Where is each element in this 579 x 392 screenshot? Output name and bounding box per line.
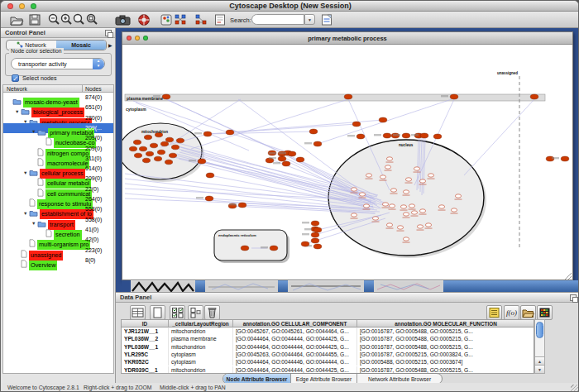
help-lifering-icon[interactable] xyxy=(137,13,151,26)
graph-node[interactable] xyxy=(425,223,431,227)
graph-node[interactable] xyxy=(379,117,387,122)
background-window-fragment[interactable] xyxy=(374,280,443,292)
graph-node[interactable] xyxy=(154,156,161,161)
table-cell[interactable]: [GO:0044464, GO:0044444, GO:0044425, G..… xyxy=(233,335,357,342)
column-header[interactable]: ID xyxy=(122,320,169,327)
network-view-window[interactable]: primary metabolic process plasma membran… xyxy=(122,31,573,280)
graph-node[interactable] xyxy=(146,151,153,156)
graph-node[interactable] xyxy=(419,209,425,213)
graph-edge[interactable] xyxy=(464,99,534,175)
tree-row[interactable]: cellular metabol209(0) xyxy=(3,174,113,184)
graph-node[interactable] xyxy=(144,135,151,140)
graph-node[interactable] xyxy=(428,174,433,177)
graph-node[interactable] xyxy=(411,211,417,214)
graph-node[interactable] xyxy=(403,190,409,194)
graph-node[interactable] xyxy=(203,131,212,136)
table-cell[interactable]: YDR039C__1 xyxy=(122,366,169,374)
import-attributes-button[interactable] xyxy=(520,305,536,320)
table-cell[interactable]: [GO:0016787, GO:0005215, GO:0003824, G..… xyxy=(357,351,534,358)
tree-row[interactable]: Overview8(0) xyxy=(3,256,113,265)
tree-row[interactable]: cell communicat22(0) xyxy=(3,184,113,194)
tree-row[interactable]: ▼cellular process614(0) xyxy=(3,164,113,174)
graph-node[interactable] xyxy=(386,157,392,160)
tree-row[interactable]: multi-organism pro42(0) xyxy=(3,235,113,245)
graph-node[interactable] xyxy=(270,246,278,251)
network-window-titlebar[interactable]: primary metabolic process xyxy=(122,32,572,45)
tree-row[interactable]: secretion41(0) xyxy=(3,225,113,235)
table-vertical-scrollbar[interactable]: ▲ ▼ xyxy=(534,319,545,374)
search-input[interactable] xyxy=(251,14,304,25)
graph-node[interactable] xyxy=(171,145,179,150)
graph-node[interactable] xyxy=(366,174,371,177)
graph-node[interactable] xyxy=(313,244,322,249)
graph-node[interactable] xyxy=(402,133,410,138)
table-cell[interactable]: YLR295C xyxy=(122,351,169,358)
annotation-icon[interactable] xyxy=(214,13,226,26)
net-close-button[interactable] xyxy=(127,36,132,41)
graph-node[interactable] xyxy=(363,204,369,208)
graph-node[interactable] xyxy=(417,225,423,228)
window-resize-grip[interactable] xyxy=(571,385,578,392)
new-attribute-button[interactable] xyxy=(150,305,165,320)
table-row[interactable]: YKR052Ccytoplasm[GO:0044464, GO:0044446,… xyxy=(122,358,534,366)
unselect-attributes-button[interactable] xyxy=(188,305,203,320)
tree-row[interactable]: ▼biological_process651(0) xyxy=(3,103,113,112)
scrollbar-thumb[interactable] xyxy=(536,322,543,338)
background-window-edge[interactable] xyxy=(443,280,579,292)
graph-node[interactable] xyxy=(157,150,165,155)
column-header[interactable]: _cellularLayoutRegion xyxy=(169,320,233,327)
search-options-dropdown[interactable]: ▼ xyxy=(304,14,315,25)
graph-node[interactable] xyxy=(372,217,378,220)
tree-row[interactable]: ▼transport558(0) xyxy=(3,215,113,225)
graph-node[interactable] xyxy=(134,153,141,158)
tree-row[interactable]: ▼metabolic process280(0) xyxy=(3,113,113,123)
table-cell[interactable]: mitochondrion xyxy=(169,366,233,374)
plasma-membrane-region[interactable] xyxy=(125,94,545,101)
float-data-panel-icon[interactable] xyxy=(570,294,577,301)
graph-node[interactable] xyxy=(160,141,168,146)
graph-node[interactable] xyxy=(133,140,141,145)
scroll-up-arrow[interactable]: ▲ xyxy=(535,356,544,365)
graph-node[interactable] xyxy=(359,193,365,196)
network-window-resize-grip[interactable] xyxy=(568,276,572,280)
table-cell[interactable]: [GO:0045267, GO:0045261, GO:0044464, G..… xyxy=(233,327,357,335)
background-window-edge[interactable] xyxy=(195,280,205,292)
zoom-selected-icon[interactable] xyxy=(73,13,85,26)
column-header[interactable]: annotation.GO MOLECULAR_FUNCTION xyxy=(357,320,535,327)
graph-node[interactable] xyxy=(351,213,356,217)
graph-node[interactable] xyxy=(309,129,318,134)
graph-node[interactable] xyxy=(313,141,322,146)
table-cell[interactable]: [GO:0016787, GO:0005488, GO:0005215, G..… xyxy=(357,343,534,351)
tree-row[interactable]: ▼establishment of lo558(0) xyxy=(3,204,113,214)
graph-node[interactable] xyxy=(311,221,319,226)
graph-node[interactable] xyxy=(301,241,309,246)
graph-node[interactable] xyxy=(455,194,461,198)
graph-node[interactable] xyxy=(386,223,392,227)
table-cell[interactable]: YPL036W__1 xyxy=(122,343,169,351)
tree-row[interactable]: unassigned223(0) xyxy=(3,246,113,256)
heatmap-view-button[interactable] xyxy=(537,305,553,320)
zoom-out-icon[interactable] xyxy=(48,13,60,26)
graph-node[interactable] xyxy=(438,205,444,208)
zoom-window-button[interactable] xyxy=(31,3,36,9)
column-header[interactable]: annotation.GO CELLULAR_COMPONENT xyxy=(233,320,357,327)
net-zoom-button[interactable] xyxy=(143,36,148,41)
close-window-button[interactable] xyxy=(7,3,13,9)
graph-node[interactable] xyxy=(397,226,403,229)
graph-node[interactable] xyxy=(282,161,290,166)
graph-node[interactable] xyxy=(165,137,173,142)
graph-node[interactable] xyxy=(414,167,419,170)
tree-header[interactable]: Network Nodes xyxy=(2,84,114,93)
graph-node[interactable] xyxy=(530,94,538,99)
graph-node[interactable] xyxy=(409,204,414,208)
table-cell[interactable]: plasma membrane xyxy=(169,335,233,342)
graph-node[interactable] xyxy=(451,208,457,212)
select-nodes-checkbox[interactable]: ✓ xyxy=(12,74,19,82)
table-cell[interactable]: [GO:0005488, GO:0005215, GO:0003674] xyxy=(357,358,534,366)
graph-node[interactable] xyxy=(382,203,388,206)
title-bar[interactable]: Cytoscape Desktop (New Session) xyxy=(1,1,579,12)
graph-node[interactable] xyxy=(561,156,569,161)
table-row[interactable]: YPL036W__2plasma membrane[GO:0044464, GO… xyxy=(122,335,534,342)
tree-row[interactable]: nucleobase-co209(0) xyxy=(3,133,113,143)
graph-node[interactable] xyxy=(129,146,136,151)
